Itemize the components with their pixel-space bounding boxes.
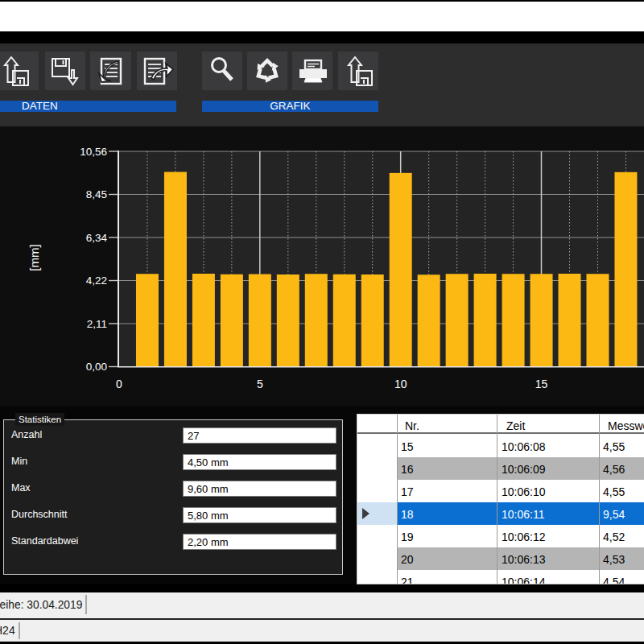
- svg-text:0: 0: [116, 378, 122, 390]
- svg-text:6,34: 6,34: [86, 232, 108, 244]
- svg-text:[mm]: [mm]: [27, 244, 41, 270]
- svg-text:0,00: 0,00: [86, 361, 107, 373]
- svg-text:5: 5: [257, 378, 263, 390]
- svg-text:15: 15: [535, 378, 548, 390]
- svg-text:2,11: 2,11: [87, 318, 107, 330]
- svg-text:10: 10: [394, 378, 407, 390]
- svg-text:8,45: 8,45: [86, 188, 107, 200]
- svg-text:4,22: 4,22: [86, 275, 107, 287]
- svg-text:10,56: 10,56: [80, 146, 107, 158]
